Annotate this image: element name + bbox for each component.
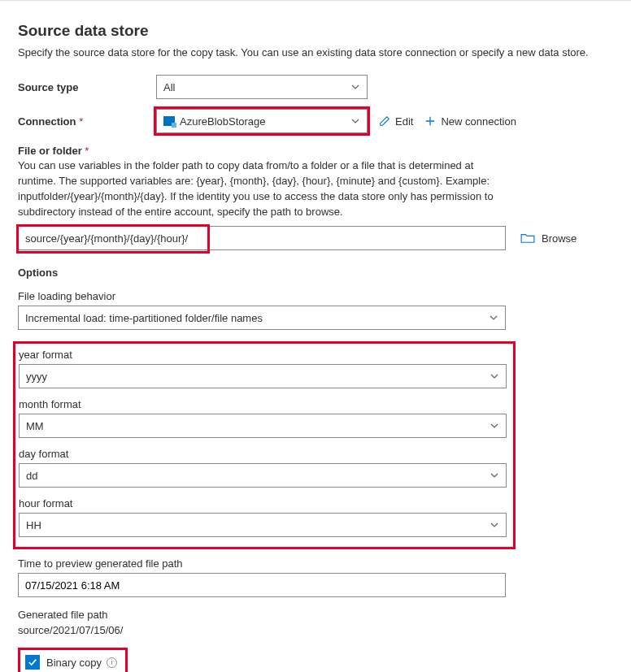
binary-copy-label: Binary copy [46,657,102,669]
required-asterisk: * [85,145,89,157]
hour-format-value: HH [26,519,41,531]
page-subtitle: Specify the source data store for the co… [18,46,613,59]
pencil-icon [379,115,390,127]
source-type-label: Source type [18,81,156,93]
month-format-value: MM [26,420,44,432]
chevron-down-icon [489,313,498,323]
day-format-value: dd [26,470,37,482]
generated-path-label: Generated file path [18,609,506,621]
source-type-value: All [163,81,175,93]
file-loading-behavior-select[interactable]: Incremental load: time-partitioned folde… [18,306,506,330]
day-format-label: day format [19,448,507,460]
chevron-down-icon [490,520,499,530]
page-title: Source data store [18,22,613,40]
month-format-select[interactable]: MM [19,414,507,438]
year-format-select[interactable]: yyyy [19,364,507,388]
edit-label: Edit [395,115,413,128]
chevron-down-icon [490,371,499,381]
edit-connection-button[interactable]: Edit [379,115,413,128]
year-format-value: yyyy [26,371,47,383]
azure-blob-storage-icon [163,116,175,126]
source-type-select[interactable]: All [156,75,368,99]
browse-button[interactable]: Browse [520,232,577,245]
chevron-down-icon [350,82,360,92]
month-format-label: month format [19,398,507,410]
connection-select[interactable]: AzureBlobStorage [156,109,368,133]
generated-path-value: source/2021/07/15/06/ [18,624,506,636]
file-loading-behavior-value: Incremental load: time-partitioned folde… [25,312,263,324]
preview-time-label: Time to preview generated file path [18,557,506,570]
chevron-down-icon [490,421,499,431]
new-connection-button[interactable]: New connection [424,115,516,128]
info-icon[interactable]: i [107,657,117,668]
required-asterisk: * [79,115,83,128]
year-format-label: year format [19,349,507,361]
file-or-folder-input[interactable]: source/{year}/{month}/{day}/{hour}/ [18,226,506,250]
checkbox-checked-icon [25,655,40,670]
browse-label: Browse [542,232,577,245]
formats-highlight-group: year format yyyy month format MM day for… [13,341,516,549]
binary-copy-checkbox[interactable]: Binary copy i [18,648,128,672]
day-format-select[interactable]: dd [19,463,507,488]
plus-icon [424,115,436,127]
hour-format-select[interactable]: HH [19,513,507,537]
file-loading-behavior-label: File loading behavior [18,290,506,302]
file-or-folder-help: You can use variables in the folder path… [18,158,506,219]
options-heading: Options [18,267,613,279]
chevron-down-icon [490,470,499,480]
connection-label: Connection [18,115,76,128]
folder-icon [520,232,535,244]
connection-value: AzureBlobStorage [180,115,266,128]
preview-time-input[interactable] [18,573,506,597]
file-or-folder-label: File or folder [18,145,82,157]
chevron-down-icon [350,116,360,126]
file-or-folder-value: source/{year}/{month}/{day}/{hour}/ [25,232,188,245]
hour-format-label: hour format [19,497,507,509]
new-connection-label: New connection [441,115,516,128]
